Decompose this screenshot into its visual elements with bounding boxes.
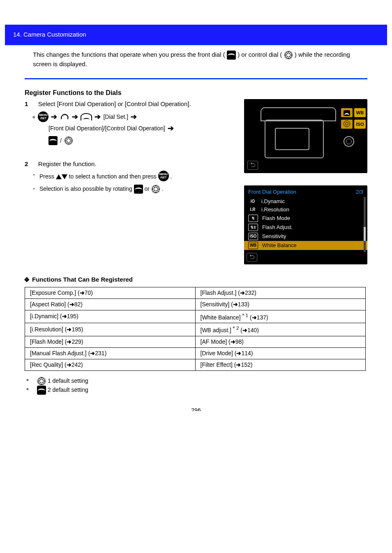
back-icon: ⮌ (247, 161, 258, 170)
row-label: Sensitivity (262, 233, 286, 239)
arrow-icon: ➔ (168, 124, 174, 133)
arrow-icon: ➔ (51, 112, 57, 121)
table-cell: [Sensitivity] (➜133) (195, 298, 366, 310)
note-text: Selection is also possible by rotating (39, 185, 134, 192)
wb-tag: WB (354, 108, 366, 117)
menu-row[interactable]: ↯±Flash Adjust. (244, 223, 367, 232)
menu-item-dial-set: [Dial Set.] (103, 113, 128, 120)
step-note-2: Selection is also possible by rotating o… (25, 183, 236, 195)
down-icon (62, 174, 67, 179)
row-icon: ↯± (248, 224, 258, 231)
footnote-2: ＊ 2 default setting (25, 386, 367, 395)
functions-table: [Exposure Comp.] (➜70)[Flash Adjust.] (➜… (25, 287, 366, 371)
footnote-text: 1 default setting (48, 377, 88, 384)
control-dial-icon (151, 185, 160, 194)
up-icon (56, 174, 62, 179)
footnote-text: 2 default setting (48, 386, 88, 393)
page-number: 296 (0, 407, 392, 411)
menu-item-operation: [Front Dial Operation]/[Control Dial Ope… (48, 125, 165, 132)
step-number: 2 (25, 160, 28, 167)
row-label: White Balance (262, 242, 297, 248)
menu-row[interactable]: iOi.Dynamic (244, 197, 367, 206)
note-text: . (171, 173, 172, 180)
note-text: . (162, 185, 164, 192)
menu-path-line-1: ● MENU/SET ➔ ➔ ➔ [Dial Set.] ➔ (25, 109, 236, 124)
screenshot-menu-list: Front Dial Operation 2/3 iOi.DynamicI.Ri… (244, 185, 367, 264)
step-number: 1 (25, 100, 28, 107)
control-dial-tag (341, 120, 353, 129)
table-cell: [WB adjust.]＊2 (➜140) (195, 323, 366, 336)
row-icon: iO (248, 198, 257, 205)
row-label: i.Dynamic (261, 198, 285, 204)
menu-row[interactable]: WBWhite Balance (244, 241, 367, 250)
table-cell: [Flash Mode] (➜229) (25, 336, 196, 347)
table-cell: [Aspect Ratio] (➜82) (25, 298, 196, 310)
menu-row[interactable]: I.Ri.Resolution (244, 206, 367, 214)
row-label: Flash Mode (262, 215, 290, 221)
custom-menu-icon (60, 113, 69, 120)
table-cell: [Drive Mode] (➜114) (195, 347, 366, 359)
footnote-1: ＊ 1 default setting (25, 377, 367, 386)
intro-text-a: This changes the functions that operate … (33, 51, 225, 58)
camera-control-dial (344, 136, 354, 147)
intro-text-b: ) or control dial ( (238, 51, 282, 58)
registerable-heading: Functions That Can Be Registered (0, 264, 392, 287)
camera-screen (275, 128, 309, 150)
control-dial-icon (37, 377, 46, 386)
menu-row[interactable]: ↯Flash Mode (244, 214, 367, 223)
note-text: to select a function and then press (69, 173, 158, 180)
step-2: 2 Register the function. Press to select… (25, 159, 236, 195)
row-icon: I.R (248, 206, 257, 213)
menu-row[interactable]: ISOSensitivity (244, 232, 367, 241)
footnotes: ＊ 1 default setting ＊ 2 default setting (0, 371, 392, 395)
screenshot-camera-diagram: WB ISO ⮌ (244, 99, 367, 173)
table-cell: [Manual Flash Adjust.] (➜231) (25, 347, 196, 359)
row-icon: ↯ (248, 215, 258, 222)
note-text: Press (39, 173, 56, 180)
arrow-icon: ➔ (95, 112, 101, 121)
table-cell: [Flash Adjust.] (➜232) (195, 287, 366, 298)
step-label: Register the function. (30, 160, 97, 167)
row-label: i.Resolution (261, 206, 289, 213)
front-dial-icon (227, 51, 236, 60)
table-cell: [Exposure Comp.] (➜70) (25, 287, 196, 298)
control-dial-icon (284, 51, 293, 60)
menu-header: Front Dial Operation 2/3 (244, 186, 367, 197)
front-dial-tag (341, 108, 353, 117)
section-title: Register Functions to the Dials (0, 79, 392, 99)
row-icon: ISO (248, 233, 258, 240)
arrow-icon: ➔ (72, 112, 78, 121)
back-icon: ⮌ (247, 253, 257, 262)
front-dial-icon (134, 185, 143, 194)
row-icon: WB (248, 242, 258, 249)
chapter-bar: 14. Camera Customization (5, 25, 387, 44)
camera-top (261, 107, 336, 121)
control-dial-icon (64, 136, 73, 145)
menu-path-line-2: [Front Dial Operation]/[Control Dial Ope… (25, 124, 236, 133)
table-cell: [AF Mode] (➜98) (195, 336, 366, 347)
table-cell: [Rec Quality] (➜242) (25, 359, 196, 370)
iso-tag: ISO (354, 120, 366, 129)
dial-set-icon (81, 113, 92, 120)
dial-icons-line: / (25, 133, 236, 145)
note-text: or (144, 185, 151, 192)
menu-set-icon: MENU/SET (158, 171, 169, 181)
table-cell: [Filter Effect] (➜152) (195, 359, 366, 370)
menu-page-indicator: 2/3 (356, 189, 363, 195)
step-label: Select [Front Dial Operation] or [Contro… (30, 100, 191, 107)
menu-set-icon: MENU/SET (38, 111, 48, 122)
front-dial-icon (48, 136, 58, 145)
step-1: 1 Select [Front Dial Operation] or [Cont… (25, 99, 236, 145)
table-cell: [i.Resolution] (➜195) (25, 323, 196, 336)
intro-paragraph: This changes the functions that operate … (0, 45, 392, 75)
table-cell: [White Balance]＊1 (➜137) (195, 310, 366, 323)
front-dial-icon (37, 386, 46, 395)
row-label: Flash Adjust. (262, 224, 293, 230)
menu-title: Front Dial Operation (248, 189, 296, 195)
scrollbar[interactable] (364, 197, 366, 252)
slash: / (60, 137, 62, 144)
arrow-icon: ➔ (131, 112, 137, 121)
table-cell: [i.Dynamic] (➜195) (25, 310, 196, 323)
step-note-1: Press to select a function and then pres… (25, 169, 236, 183)
front-dial-icon (344, 110, 350, 116)
